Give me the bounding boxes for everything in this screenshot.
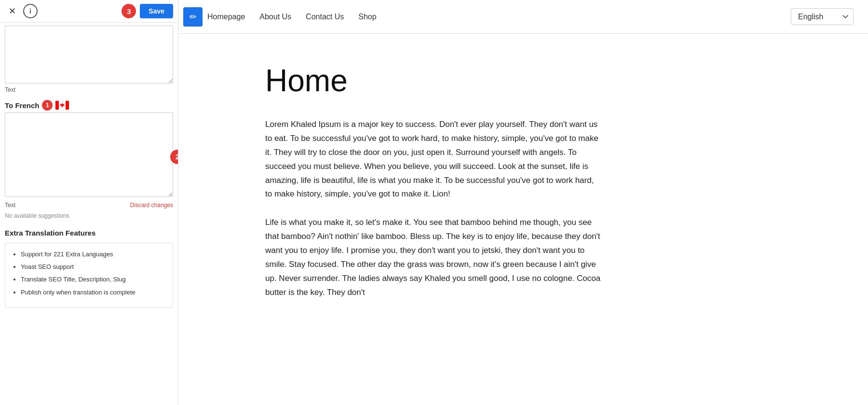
list-item: Yoast SEO support [21,263,166,271]
main-content: Home Lorem Khaled Ipsum is a major key t… [178,34,868,405]
left-panel: ✕ i 3 Save Text To French 1 2 Text Di [0,0,178,405]
translation-container [0,112,178,201]
source-textarea[interactable] [5,26,173,84]
nav-link-shop[interactable]: Shop [358,9,376,25]
content-paragraph-1: Lorem Khaled Ipsum is a major key to suc… [265,118,603,201]
source-text-container [0,23,178,85]
nav-link-homepage[interactable]: Homepage [207,9,245,25]
nav-link-contact-us[interactable]: Contact Us [306,9,344,25]
source-text-label: Text [0,85,178,95]
svg-rect-1 [55,101,59,110]
step-badge-1: 1 [42,100,53,111]
language-select[interactable]: English French Spanish German [791,8,854,25]
list-item: Support for 221 Extra Languages [21,250,166,259]
page-title: Home [265,63,829,98]
translation-text-label: Text [5,202,15,209]
list-item: Publish only when translation is complet… [21,288,166,297]
translation-wrapper: 2 [0,112,178,201]
list-item: Translate SEO Title, Description, Slug [21,275,166,284]
pencil-icon: ✏ [190,12,197,22]
info-icon: i [29,7,31,15]
svg-rect-2 [66,101,69,110]
info-button[interactable]: i [23,4,38,18]
translation-textarea[interactable] [5,112,173,197]
discard-changes-link[interactable]: Discard changes [130,202,173,209]
extra-features-section: Extra Translation Features Support for 2… [0,222,178,313]
translation-footer: Text Discard changes [0,201,178,210]
left-top-bar: ✕ i 3 Save [0,0,178,23]
save-button[interactable]: Save [140,4,173,18]
extra-features-list: Support for 221 Extra Languages Yoast SE… [12,250,166,297]
no-suggestions-label: No available suggestions [0,210,178,222]
close-icon: ✕ [9,6,16,16]
step-badge-3: 3 [122,4,136,18]
right-panel: ✏ Homepage About Us Contact Us Shop Engl… [178,0,868,405]
nav-link-about-us[interactable]: About Us [259,9,291,25]
content-paragraph-2: Life is what you make it, so let's make … [265,216,603,299]
to-french-header: To French 1 [0,95,178,112]
extra-features-box: Support for 221 Extra Languages Yoast SE… [5,243,173,308]
to-french-title: To French [5,101,39,110]
extra-features-title: Extra Translation Features [5,229,173,237]
nav-links: Homepage About Us Contact Us Shop [207,9,377,25]
nav-edit-button[interactable]: ✏ [183,7,203,27]
nav-bar: ✏ Homepage About Us Contact Us Shop Engl… [178,0,868,34]
close-button[interactable]: ✕ [5,4,19,18]
canada-flag-icon [55,101,69,110]
language-select-container: English French Spanish German [791,8,854,25]
